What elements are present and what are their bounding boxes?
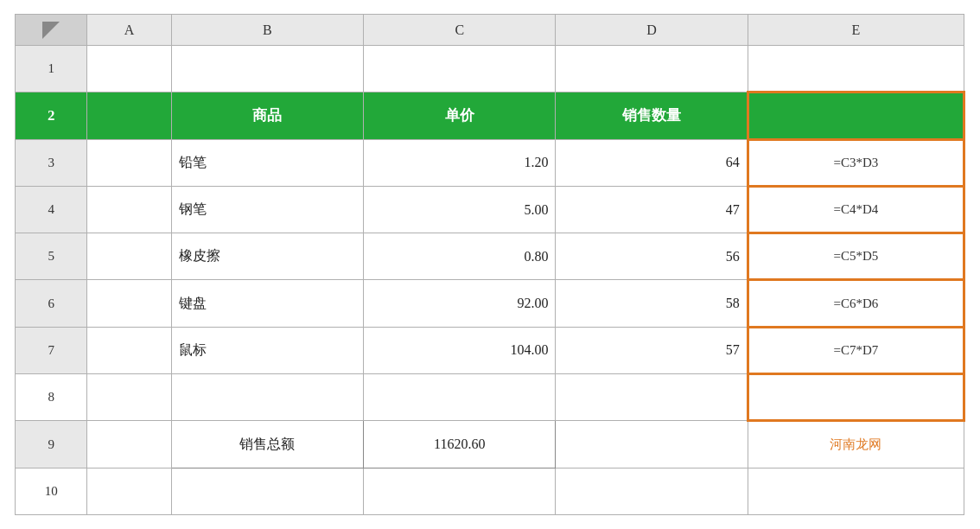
- cell-d10[interactable]: [556, 468, 748, 514]
- cell-e2[interactable]: [748, 92, 964, 139]
- row-num-4: 4: [16, 186, 87, 233]
- cell-c7[interactable]: 104.00: [364, 327, 556, 373]
- col-header-a: A: [87, 15, 171, 46]
- col-header-c: C: [364, 15, 556, 46]
- table-row: 9 销售总额 11620.60 河南龙网: [16, 421, 964, 468]
- cell-d2[interactable]: 销售数量: [556, 92, 748, 139]
- table-row: 7 鼠标 104.00 57 =C7*D7: [16, 327, 964, 373]
- cell-a4[interactable]: [87, 186, 171, 233]
- table-row: 5 橡皮擦 0.80 56 =C5*D5: [16, 233, 964, 280]
- cell-d3[interactable]: 64: [556, 139, 748, 186]
- row-num-10: 10: [16, 468, 87, 514]
- cell-c3[interactable]: 1.20: [364, 139, 556, 186]
- cell-b2[interactable]: 商品: [171, 92, 363, 139]
- cell-d5[interactable]: 56: [556, 233, 748, 280]
- cell-b4[interactable]: 钢笔: [171, 186, 363, 233]
- cell-d7[interactable]: 57: [556, 327, 748, 373]
- col-header-e: E: [748, 15, 964, 46]
- cell-a10[interactable]: [87, 468, 171, 514]
- cell-a3[interactable]: [87, 139, 171, 186]
- cell-d4[interactable]: 47: [556, 186, 748, 233]
- cell-d9[interactable]: [556, 421, 748, 468]
- table-row: 2 商品 单价 销售数量: [16, 92, 964, 139]
- cell-a1[interactable]: [87, 46, 171, 92]
- cell-b7[interactable]: 鼠标: [171, 327, 363, 373]
- cell-c10[interactable]: [364, 468, 556, 514]
- table-row: 1: [16, 46, 964, 92]
- cell-a2[interactable]: [87, 92, 171, 139]
- cell-b8[interactable]: [171, 374, 363, 421]
- table-row: 6 键盘 92.00 58 =C6*D6: [16, 280, 964, 327]
- cell-b1[interactable]: [171, 46, 363, 92]
- cell-c2[interactable]: 单价: [364, 92, 556, 139]
- cell-a8[interactable]: [87, 374, 171, 421]
- spreadsheet: A B C D E 1 2 商品 单价 销售数量 3: [15, 14, 965, 515]
- row-num-3: 3: [16, 139, 87, 186]
- corner-cell: [16, 15, 87, 46]
- cell-a7[interactable]: [87, 327, 171, 373]
- row-num-9: 9: [16, 421, 87, 468]
- corner-triangle: [42, 22, 60, 39]
- col-header-d: D: [556, 15, 748, 46]
- cell-a9[interactable]: [87, 421, 171, 468]
- row-num-8: 8: [16, 374, 87, 421]
- cell-b10[interactable]: [171, 468, 363, 514]
- table-row: 8: [16, 374, 964, 421]
- cell-e10[interactable]: [748, 468, 964, 514]
- cell-a6[interactable]: [87, 280, 171, 327]
- cell-e7[interactable]: =C7*D7: [748, 327, 964, 373]
- cell-e3[interactable]: =C3*D3: [748, 139, 964, 186]
- table-row: 4 钢笔 5.00 47 =C4*D4: [16, 186, 964, 233]
- cell-c4[interactable]: 5.00: [364, 186, 556, 233]
- cell-e5[interactable]: =C5*D5: [748, 233, 964, 280]
- cell-b5[interactable]: 橡皮擦: [171, 233, 363, 280]
- cell-d8[interactable]: [556, 374, 748, 421]
- table-row: 10: [16, 468, 964, 514]
- cell-b6[interactable]: 键盘: [171, 280, 363, 327]
- cell-e6[interactable]: =C6*D6: [748, 280, 964, 327]
- cell-e9: 河南龙网: [748, 421, 964, 468]
- cell-e1[interactable]: [748, 46, 964, 92]
- row-num-1: 1: [16, 46, 87, 92]
- cell-d1[interactable]: [556, 46, 748, 92]
- cell-c6[interactable]: 92.00: [364, 280, 556, 327]
- row-num-5: 5: [16, 233, 87, 280]
- cell-b3[interactable]: 铅笔: [171, 139, 363, 186]
- cell-c9[interactable]: 11620.60: [364, 421, 556, 468]
- cell-d6[interactable]: 58: [556, 280, 748, 327]
- cell-b9[interactable]: 销售总额: [171, 421, 363, 468]
- cell-c8[interactable]: [364, 374, 556, 421]
- row-num-7: 7: [16, 327, 87, 373]
- cell-c5[interactable]: 0.80: [364, 233, 556, 280]
- row-num-2: 2: [16, 92, 87, 139]
- col-header-b: B: [171, 15, 363, 46]
- cell-e8[interactable]: [748, 374, 964, 421]
- cell-c1[interactable]: [364, 46, 556, 92]
- row-num-6: 6: [16, 280, 87, 327]
- cell-a5[interactable]: [87, 233, 171, 280]
- table-row: 3 铅笔 1.20 64 =C3*D3: [16, 139, 964, 186]
- cell-e4[interactable]: =C4*D4: [748, 186, 964, 233]
